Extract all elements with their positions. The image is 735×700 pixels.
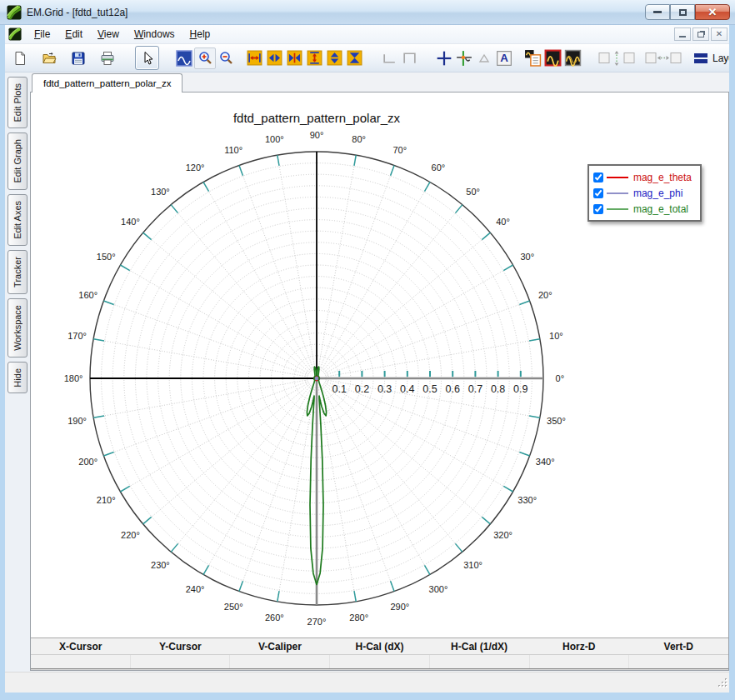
new-file-button[interactable] xyxy=(10,48,30,68)
value-y-cursor xyxy=(130,655,230,668)
svg-text:50°: 50° xyxy=(466,187,480,197)
sidebar-tab-workspace[interactable]: Workspace xyxy=(8,298,28,358)
svg-text:0.3: 0.3 xyxy=(378,383,392,395)
menu-help[interactable]: Help xyxy=(182,27,218,42)
expand-y-button[interactable] xyxy=(304,48,324,68)
menu-file[interactable]: File xyxy=(27,27,58,42)
svg-text:0.6: 0.6 xyxy=(446,383,460,395)
toolbar: A xyxy=(5,44,729,72)
horizontal-fit-button-disabled xyxy=(644,48,682,68)
svg-text:100°: 100° xyxy=(265,134,284,144)
svg-text:70°: 70° xyxy=(393,145,408,155)
app-logo-icon xyxy=(7,5,22,20)
sidebar-tab-edit-plots[interactable]: Edit Plots xyxy=(8,77,28,128)
limit-y-button[interactable] xyxy=(344,48,364,68)
resize-grip-icon xyxy=(718,678,728,688)
mdi-minimize-button[interactable] xyxy=(674,28,691,41)
multi-curve-icon xyxy=(564,49,582,67)
mdi-minimize-icon xyxy=(679,36,686,38)
vertical-fit-icon xyxy=(598,50,636,67)
svg-text:260°: 260° xyxy=(265,612,284,622)
legend-item-mag-e-total: mag_e_total xyxy=(593,201,692,217)
pointer-tool-button[interactable] xyxy=(135,46,159,70)
layout-icon xyxy=(694,52,708,64)
legend-button[interactable] xyxy=(522,48,542,68)
svg-text:0.5: 0.5 xyxy=(422,383,437,395)
tracker-icon xyxy=(456,50,472,67)
svg-text:0.4: 0.4 xyxy=(400,383,414,395)
save-file-button[interactable] xyxy=(68,48,88,68)
close-button[interactable]: ✕ xyxy=(695,4,730,20)
document-tab-active[interactable]: fdtd_pattern_pattern_polar_zx xyxy=(32,73,182,92)
value-vert-d xyxy=(628,655,728,668)
limit-x-button[interactable] xyxy=(284,48,304,68)
text-annotation-icon: A xyxy=(496,50,512,67)
svg-text:210°: 210° xyxy=(97,495,116,505)
svg-text:350°: 350° xyxy=(547,416,566,426)
single-curve-button[interactable] xyxy=(542,48,562,68)
svg-text:270°: 270° xyxy=(308,617,327,627)
open-file-icon xyxy=(42,51,57,66)
open-file-button[interactable] xyxy=(39,48,59,68)
svg-text:0.1: 0.1 xyxy=(332,383,347,395)
em-grid-window: { "titlebar": {"title": "EM.Grid - [fdtd… xyxy=(0,0,735,700)
sidebar-tab-tracker[interactable]: Tracker xyxy=(8,250,28,294)
document-logo-icon xyxy=(8,28,22,41)
svg-text:30°: 30° xyxy=(520,252,534,262)
svg-text:0.7: 0.7 xyxy=(468,383,482,395)
svg-text:280°: 280° xyxy=(349,612,368,622)
menu-edit[interactable]: Edit xyxy=(58,27,90,42)
menu-windows[interactable]: Windows xyxy=(127,27,182,42)
legend-checkbox-mag-e-phi[interactable] xyxy=(593,188,603,198)
save-icon xyxy=(71,51,86,66)
crosshair-button[interactable] xyxy=(434,48,454,68)
zoom-region-button[interactable] xyxy=(174,48,194,68)
crosshair-icon xyxy=(436,50,452,67)
mdi-close-button[interactable]: ✕ xyxy=(711,28,728,41)
title-bar[interactable]: EM.Grid - [fdtd_tut12a] ✕ xyxy=(0,0,735,25)
resize-grip[interactable] xyxy=(718,677,728,692)
sidebar-tab-edit-graph[interactable]: Edit Graph xyxy=(8,132,28,190)
expand-x-button[interactable] xyxy=(244,48,264,68)
maximize-button[interactable] xyxy=(670,4,695,20)
zoom-out-button[interactable] xyxy=(216,48,236,68)
svg-text:290°: 290° xyxy=(390,602,409,612)
minimize-button[interactable] xyxy=(645,4,670,20)
svg-text:300°: 300° xyxy=(429,584,448,594)
legend-checkbox-mag-e-total[interactable] xyxy=(593,204,603,214)
legend-checkbox-mag-e-theta[interactable] xyxy=(593,172,603,182)
svg-text:340°: 340° xyxy=(536,457,555,467)
column-x-cursor: X-Cursor xyxy=(31,641,131,652)
legend-item-mag-e-phi: mag_e_phi xyxy=(593,185,692,201)
svg-text:80°: 80° xyxy=(352,134,366,144)
svg-text:170°: 170° xyxy=(68,331,87,341)
mdi-restore-button[interactable] xyxy=(692,28,709,41)
svg-text:320°: 320° xyxy=(493,530,512,540)
expand-x-icon xyxy=(247,50,262,66)
shrink-x-icon xyxy=(267,50,282,66)
document-tab-bar: fdtd_pattern_pattern_polar_zx xyxy=(30,72,729,92)
multi-curve-button[interactable] xyxy=(562,48,582,68)
text-annotation-button[interactable]: A xyxy=(494,48,514,68)
print-button[interactable] xyxy=(98,48,118,68)
sidebar-tab-edit-axes[interactable]: Edit Axes xyxy=(8,194,28,246)
svg-text:250°: 250° xyxy=(224,602,243,612)
expand-y-icon xyxy=(307,50,322,66)
sidebar: Edit Plots Edit Graph Edit Axes Tracker … xyxy=(5,72,30,672)
svg-text:330°: 330° xyxy=(518,495,537,505)
svg-text:40°: 40° xyxy=(496,217,510,227)
tracker-button[interactable] xyxy=(454,48,474,68)
shrink-x-button[interactable] xyxy=(264,48,284,68)
svg-text:220°: 220° xyxy=(121,530,140,540)
layout-button[interactable]: Layout xyxy=(694,52,729,64)
triangle-icon xyxy=(477,51,492,66)
zoom-in-button[interactable] xyxy=(194,48,216,69)
limit-x-icon xyxy=(287,50,302,66)
value-v-caliper xyxy=(229,655,329,668)
menu-view[interactable]: View xyxy=(90,27,127,42)
layout-button-label: Layout xyxy=(712,52,729,64)
shrink-y-button[interactable] xyxy=(324,48,344,68)
cursor-readout-bar: X-Cursor Y-Cursor V-Caliper H-Cal (dX) H… xyxy=(31,638,728,670)
single-curve-icon xyxy=(544,49,562,67)
sidebar-tab-hide[interactable]: Hide xyxy=(8,362,28,394)
